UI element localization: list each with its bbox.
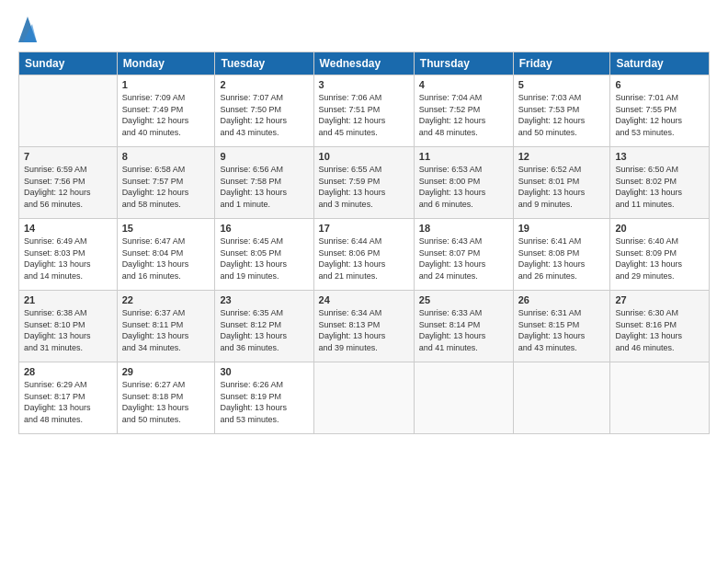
cell-info: Sunrise: 6:49 AMSunset: 8:03 PMDaylight:… [24, 236, 112, 282]
cell-info: Sunrise: 6:52 AMSunset: 8:01 PMDaylight:… [518, 164, 606, 210]
cell-info: Sunrise: 6:53 AMSunset: 8:00 PMDaylight:… [419, 164, 508, 210]
cell-info: Sunrise: 6:43 AMSunset: 8:07 PMDaylight:… [419, 236, 508, 282]
day-number: 12 [518, 151, 606, 162]
day-number: 8 [122, 151, 210, 162]
week-row-1: 1Sunrise: 7:09 AMSunset: 7:49 PMDaylight… [19, 75, 710, 147]
day-number: 2 [220, 79, 308, 90]
cell-info: Sunrise: 6:44 AMSunset: 8:06 PMDaylight:… [319, 236, 409, 282]
header-day-friday: Friday [513, 52, 610, 75]
day-number: 5 [518, 79, 606, 90]
cell-info: Sunrise: 6:47 AMSunset: 8:04 PMDaylight:… [122, 236, 210, 282]
calendar-cell: 11Sunrise: 6:53 AMSunset: 8:00 PMDayligh… [414, 147, 513, 219]
week-row-3: 14Sunrise: 6:49 AMSunset: 8:03 PMDayligh… [19, 219, 710, 291]
day-number: 19 [518, 223, 606, 234]
week-row-4: 21Sunrise: 6:38 AMSunset: 8:10 PMDayligh… [19, 291, 710, 362]
calendar-cell: 27Sunrise: 6:30 AMSunset: 8:16 PMDayligh… [610, 291, 710, 362]
day-number: 20 [615, 223, 704, 234]
calendar-cell: 28Sunrise: 6:29 AMSunset: 8:17 PMDayligh… [19, 362, 118, 434]
calendar-cell [19, 75, 118, 147]
calendar-cell: 21Sunrise: 6:38 AMSunset: 8:10 PMDayligh… [19, 291, 118, 362]
day-number: 29 [122, 366, 210, 377]
calendar-header: SundayMondayTuesdayWednesdayThursdayFrid… [19, 52, 710, 75]
day-number: 16 [220, 223, 308, 234]
header-day-sunday: Sunday [19, 52, 118, 75]
day-number: 24 [319, 294, 409, 305]
cell-info: Sunrise: 6:41 AMSunset: 8:08 PMDaylight:… [518, 236, 606, 282]
day-number: 15 [122, 223, 210, 234]
cell-info: Sunrise: 6:50 AMSunset: 8:02 PMDaylight:… [615, 164, 704, 210]
calendar-cell: 24Sunrise: 6:34 AMSunset: 8:13 PMDayligh… [313, 291, 414, 362]
header-day-thursday: Thursday [414, 52, 513, 75]
calendar-cell: 2Sunrise: 7:07 AMSunset: 7:50 PMDaylight… [215, 75, 313, 147]
calendar-cell: 5Sunrise: 7:03 AMSunset: 7:53 PMDaylight… [513, 75, 610, 147]
cell-info: Sunrise: 6:29 AMSunset: 8:17 PMDaylight:… [24, 379, 112, 425]
cell-info: Sunrise: 7:06 AMSunset: 7:51 PMDaylight:… [319, 92, 409, 138]
header-day-saturday: Saturday [610, 52, 710, 75]
calendar-cell: 16Sunrise: 6:45 AMSunset: 8:05 PMDayligh… [215, 219, 313, 291]
cell-info: Sunrise: 6:38 AMSunset: 8:10 PMDaylight:… [24, 307, 112, 353]
day-number: 18 [419, 223, 508, 234]
calendar-cell: 8Sunrise: 6:58 AMSunset: 7:57 PMDaylight… [117, 147, 215, 219]
day-number: 9 [220, 151, 308, 162]
cell-info: Sunrise: 7:04 AMSunset: 7:52 PMDaylight:… [419, 92, 508, 138]
day-number: 1 [122, 79, 210, 90]
calendar-cell: 25Sunrise: 6:33 AMSunset: 8:14 PMDayligh… [414, 291, 513, 362]
cell-info: Sunrise: 6:35 AMSunset: 8:12 PMDaylight:… [220, 307, 308, 353]
cell-info: Sunrise: 6:33 AMSunset: 8:14 PMDaylight:… [419, 307, 508, 353]
calendar-cell: 10Sunrise: 6:55 AMSunset: 7:59 PMDayligh… [313, 147, 414, 219]
day-number: 6 [615, 79, 704, 90]
day-number: 22 [122, 294, 210, 305]
calendar-cell: 26Sunrise: 6:31 AMSunset: 8:15 PMDayligh… [513, 291, 610, 362]
day-number: 30 [220, 366, 308, 377]
calendar-cell: 4Sunrise: 7:04 AMSunset: 7:52 PMDaylight… [414, 75, 513, 147]
cell-info: Sunrise: 6:37 AMSunset: 8:11 PMDaylight:… [122, 307, 210, 353]
calendar-cell: 6Sunrise: 7:01 AMSunset: 7:55 PMDaylight… [610, 75, 710, 147]
calendar-cell: 19Sunrise: 6:41 AMSunset: 8:08 PMDayligh… [513, 219, 610, 291]
calendar-cell: 3Sunrise: 7:06 AMSunset: 7:51 PMDaylight… [313, 75, 414, 147]
calendar-cell: 29Sunrise: 6:27 AMSunset: 8:18 PMDayligh… [117, 362, 215, 434]
cell-info: Sunrise: 6:27 AMSunset: 8:18 PMDaylight:… [122, 379, 210, 425]
day-number: 26 [518, 294, 606, 305]
header-row: SundayMondayTuesdayWednesdayThursdayFrid… [19, 52, 710, 75]
day-number: 4 [419, 79, 508, 90]
cell-info: Sunrise: 6:59 AMSunset: 7:56 PMDaylight:… [24, 164, 112, 210]
day-number: 13 [615, 151, 704, 162]
calendar-cell [313, 362, 414, 434]
day-number: 11 [419, 151, 508, 162]
calendar-body: 1Sunrise: 7:09 AMSunset: 7:49 PMDaylight… [19, 75, 710, 434]
cell-info: Sunrise: 6:58 AMSunset: 7:57 PMDaylight:… [122, 164, 210, 210]
cell-info: Sunrise: 7:01 AMSunset: 7:55 PMDaylight:… [615, 92, 704, 138]
logo [18, 17, 40, 42]
calendar-cell: 20Sunrise: 6:40 AMSunset: 8:09 PMDayligh… [610, 219, 710, 291]
week-row-2: 7Sunrise: 6:59 AMSunset: 7:56 PMDaylight… [19, 147, 710, 219]
day-number: 27 [615, 294, 704, 305]
calendar-cell: 14Sunrise: 6:49 AMSunset: 8:03 PMDayligh… [19, 219, 118, 291]
cell-info: Sunrise: 6:30 AMSunset: 8:16 PMDaylight:… [615, 307, 704, 353]
calendar-cell: 7Sunrise: 6:59 AMSunset: 7:56 PMDaylight… [19, 147, 118, 219]
week-row-5: 28Sunrise: 6:29 AMSunset: 8:17 PMDayligh… [19, 362, 710, 434]
header-day-tuesday: Tuesday [215, 52, 313, 75]
calendar-cell: 13Sunrise: 6:50 AMSunset: 8:02 PMDayligh… [610, 147, 710, 219]
day-number: 28 [24, 366, 112, 377]
calendar-cell [414, 362, 513, 434]
cell-info: Sunrise: 7:09 AMSunset: 7:49 PMDaylight:… [122, 92, 210, 138]
cell-info: Sunrise: 7:03 AMSunset: 7:53 PMDaylight:… [518, 92, 606, 138]
calendar-cell: 15Sunrise: 6:47 AMSunset: 8:04 PMDayligh… [117, 219, 215, 291]
calendar-cell: 30Sunrise: 6:26 AMSunset: 8:19 PMDayligh… [215, 362, 313, 434]
day-number: 23 [220, 294, 308, 305]
header-day-monday: Monday [117, 52, 215, 75]
calendar-cell: 12Sunrise: 6:52 AMSunset: 8:01 PMDayligh… [513, 147, 610, 219]
calendar-cell: 22Sunrise: 6:37 AMSunset: 8:11 PMDayligh… [117, 291, 215, 362]
calendar-cell: 9Sunrise: 6:56 AMSunset: 7:58 PMDaylight… [215, 147, 313, 219]
day-number: 25 [419, 294, 508, 305]
calendar-table: SundayMondayTuesdayWednesdayThursdayFrid… [18, 52, 710, 434]
day-number: 3 [319, 79, 409, 90]
header [18, 17, 710, 42]
cell-info: Sunrise: 7:07 AMSunset: 7:50 PMDaylight:… [220, 92, 308, 138]
logo-icon [18, 17, 37, 42]
page: SundayMondayTuesdayWednesdayThursdayFrid… [0, 0, 728, 563]
cell-info: Sunrise: 6:40 AMSunset: 8:09 PMDaylight:… [615, 236, 704, 282]
calendar-cell: 18Sunrise: 6:43 AMSunset: 8:07 PMDayligh… [414, 219, 513, 291]
day-number: 10 [319, 151, 409, 162]
calendar-cell: 1Sunrise: 7:09 AMSunset: 7:49 PMDaylight… [117, 75, 215, 147]
